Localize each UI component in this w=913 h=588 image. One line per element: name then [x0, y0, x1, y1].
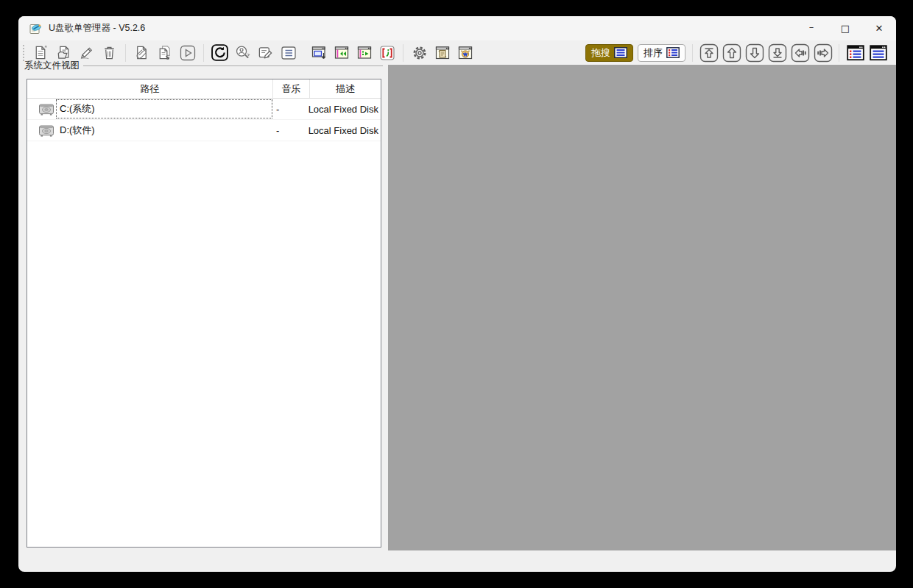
move-left-icon: [791, 43, 810, 63]
drag-search-label: 拖搜: [591, 46, 610, 60]
gear-icon: [411, 44, 429, 62]
edit-pencil-icon: [78, 44, 95, 61]
cell-music: -: [272, 104, 309, 115]
column-header-music[interactable]: 音乐: [273, 79, 310, 98]
sort-list-icon: [666, 47, 680, 58]
play-icon: [179, 44, 197, 62]
move-left-button[interactable]: [790, 43, 811, 63]
drag-search-list-icon: [614, 47, 627, 58]
maximize-button[interactable]: □: [828, 16, 862, 40]
move-down-button[interactable]: [744, 43, 765, 63]
script-icon: [378, 44, 396, 62]
settings-button[interactable]: [409, 43, 430, 63]
cell-description: Local Fixed Disk: [309, 104, 381, 115]
file-panel-title: 系统文件视图: [24, 60, 80, 72]
log-button[interactable]: [432, 43, 453, 63]
sort-label: 排序: [644, 46, 663, 60]
move-top-icon: [699, 43, 719, 63]
titlebar: U盘歌单管理器 - V5.2.6 – □ ✕: [18, 16, 896, 40]
text-window-button[interactable]: [868, 43, 889, 63]
playlist-window-button[interactable]: [845, 43, 866, 63]
table-row-drive-c[interactable]: C:(系统) - Local Fixed Disk: [27, 99, 381, 120]
app-window: U盘歌单管理器 - V5.2.6 – □ ✕: [18, 16, 896, 572]
move-bottom-icon: [768, 43, 787, 63]
table-header: 路径 音乐 描述: [27, 79, 381, 99]
website-button[interactable]: [455, 43, 476, 63]
close-button[interactable]: ✕: [862, 16, 896, 40]
user-search-icon: [234, 44, 251, 61]
copy-document-icon: [156, 44, 173, 61]
toolbar-separator: [125, 44, 126, 62]
list-icon: [280, 44, 297, 62]
toolbar-separator: [692, 44, 693, 62]
cell-music: -: [272, 125, 309, 136]
move-right-button[interactable]: [813, 43, 833, 63]
window-rewind-icon: [333, 44, 350, 62]
hard-drive-icon: [38, 102, 54, 116]
refresh-icon: [211, 43, 229, 62]
playlist-window-icon: [847, 45, 864, 61]
move-up-button[interactable]: [722, 43, 742, 63]
focus-rect: [56, 99, 272, 118]
move-top-button[interactable]: [699, 43, 719, 63]
window-play-icon: [356, 44, 373, 62]
toolbar-grip[interactable]: [23, 45, 24, 61]
log-window-icon: [434, 44, 451, 62]
drag-search-toggle[interactable]: 拖搜: [585, 44, 633, 62]
groupbox-line: [83, 65, 383, 66]
text-window-icon: [870, 45, 887, 61]
window-title: U盘歌单管理器 - V5.2.6: [49, 22, 145, 35]
toolbar-separator: [403, 44, 403, 62]
export-window-icon: [310, 44, 328, 62]
cell-description: Local Fixed Disk: [309, 125, 381, 136]
attach-document-icon: [133, 44, 150, 61]
toolbar-separator: [839, 44, 839, 62]
move-down-icon: [745, 43, 764, 63]
column-header-description[interactable]: 描述: [310, 79, 381, 98]
trash-icon: [101, 44, 118, 61]
cell-path: D:(软件): [27, 120, 272, 141]
table-row-drive-d[interactable]: D:(软件) - Local Fixed Disk: [27, 120, 381, 141]
app-logo-icon: [29, 23, 42, 35]
drive-label: D:(软件): [60, 124, 95, 137]
column-header-path[interactable]: 路径: [27, 79, 273, 98]
system-file-table: 路径 音乐 描述 C:(系统) - Local Fixed Disk: [27, 79, 381, 548]
playlist-content-area[interactable]: [388, 65, 896, 550]
hard-drive-icon: [38, 124, 54, 138]
file-panel-caption: 系统文件视图: [24, 60, 383, 71]
sort-toggle[interactable]: 排序: [638, 44, 685, 62]
toolbar-separator: [203, 44, 204, 62]
move-right-icon: [814, 43, 833, 63]
edit-note-icon: [257, 44, 274, 61]
minimize-button[interactable]: –: [794, 16, 828, 40]
move-bottom-button[interactable]: [767, 43, 788, 63]
toolbar-right-cluster: 拖搜 排序: [583, 43, 889, 63]
web-window-icon: [456, 44, 474, 62]
move-up-icon: [722, 43, 741, 63]
